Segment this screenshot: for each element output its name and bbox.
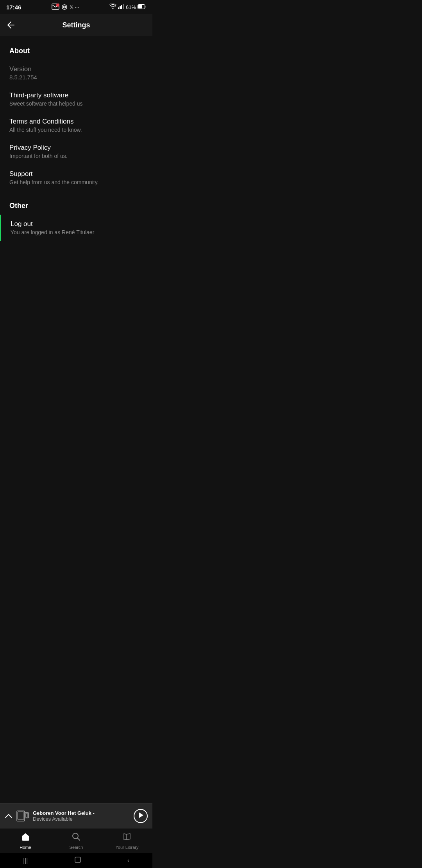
privacy-item[interactable]: Privacy Policy Important for both of us. — [0, 138, 152, 165]
privacy-subtitle: Important for both of us. — [9, 153, 143, 159]
settings-content: About Version 8.5.21.754 Third-party sof… — [0, 36, 152, 288]
wifi-icon: + — [109, 4, 116, 11]
header: Settings — [0, 14, 152, 36]
status-right: + 61% — [109, 4, 146, 11]
support-title: Support — [9, 170, 143, 178]
other-section-header: Other — [0, 191, 152, 215]
page-title: Settings — [62, 21, 90, 29]
more-icon: ··· — [75, 4, 79, 10]
third-party-title: Third-party software — [9, 91, 143, 99]
svg-rect-12 — [138, 5, 142, 9]
svg-rect-9 — [121, 5, 122, 9]
status-time: 17:46 — [6, 4, 21, 11]
camera-icon — [61, 4, 68, 11]
version-value: 8.5.21.754 — [9, 74, 143, 81]
back-button[interactable] — [6, 19, 19, 31]
mail-icon: ! — [52, 4, 59, 11]
notification-icons: ! 𝕏 ··· — [52, 4, 79, 11]
terms-item[interactable]: Terms and Conditions All the stuff you n… — [0, 112, 152, 138]
other-section: Other Log out You are logged in as René … — [0, 191, 152, 241]
logout-item[interactable]: Log out You are logged in as René Titula… — [0, 215, 152, 241]
about-section: About Version 8.5.21.754 Third-party sof… — [0, 36, 152, 191]
battery-percent: 61% — [126, 4, 136, 10]
twitter-icon: 𝕏 — [70, 4, 73, 10]
logout-subtitle: You are logged in as René Titulaer — [11, 229, 143, 235]
svg-rect-8 — [120, 6, 121, 9]
about-section-header: About — [0, 36, 152, 60]
terms-subtitle: All the stuff you need to know. — [9, 127, 143, 133]
svg-point-5 — [64, 7, 65, 7]
third-party-subtitle: Sweet software that helped us — [9, 100, 143, 107]
svg-rect-10 — [123, 4, 124, 9]
terms-title: Terms and Conditions — [9, 118, 143, 126]
support-item[interactable]: Support Get help from us and the communi… — [0, 165, 152, 191]
svg-text:+: + — [115, 5, 116, 7]
battery-icon — [138, 4, 146, 11]
third-party-software-item[interactable]: Third-party software Sweet software that… — [0, 86, 152, 112]
version-label: Version — [9, 65, 143, 73]
privacy-title: Privacy Policy — [9, 144, 143, 152]
support-subtitle: Get help from us and the community. — [9, 179, 143, 185]
svg-rect-7 — [118, 7, 119, 9]
logout-title: Log out — [11, 220, 143, 228]
status-bar: 17:46 ! 𝕏 ··· + — [0, 0, 152, 14]
version-item: Version 8.5.21.754 — [0, 60, 152, 86]
signal-icon — [118, 4, 124, 11]
